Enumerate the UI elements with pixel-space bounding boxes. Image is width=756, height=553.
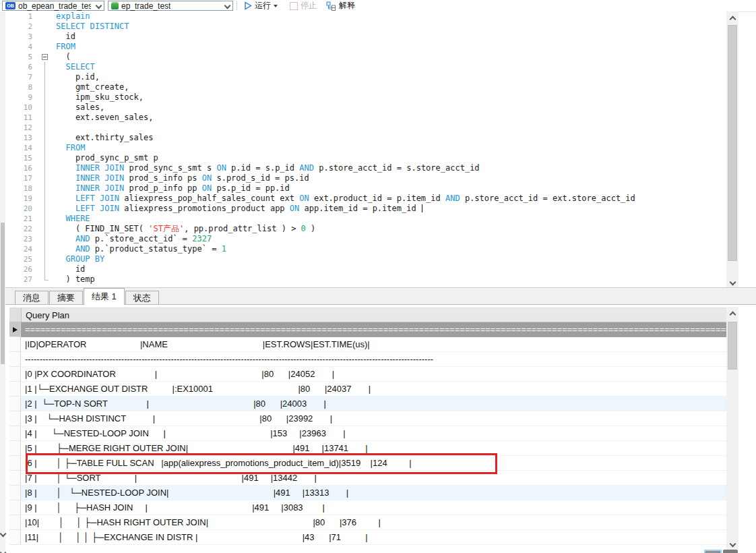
editor-line[interactable]: 18 INNER JOIN prod_p_info pp ON ps.p_id … — [5, 183, 726, 194]
editor-line[interactable]: 13 ext.thirty_sales — [5, 133, 726, 143]
plan-row[interactable]: |7 | │ └─SORT | |491 |13442 | — [9, 471, 726, 486]
editor-line[interactable]: 17 INNER JOIN prod_s_info ps ON s.prod_s… — [5, 173, 726, 183]
row-header-cell[interactable] — [9, 411, 21, 426]
editor-line[interactable]: 10 sales, — [5, 103, 726, 113]
plan-row[interactable]: |8 | │ └─NESTED-LOOP JOIN| |491 |13313 | — [9, 486, 726, 500]
plan-row[interactable]: |11| │ │ │ ├─EXCHANGE IN DISTR | |43 |71… — [9, 530, 726, 545]
plan-row[interactable]: |ID|OPERATOR |NAME |EST.ROWS|EST.TIME(us… — [9, 337, 726, 352]
editor-line[interactable]: 3 id — [5, 32, 726, 42]
scroll-up-icon[interactable] — [730, 16, 736, 23]
query-plan-column-header[interactable]: Query Plan — [22, 308, 69, 322]
row-header-cell[interactable] — [9, 426, 21, 441]
plan-row[interactable]: |6 | │ ├─TABLE FULL SCAN |app(aliexpress… — [9, 456, 726, 471]
fold-collapse-icon[interactable] — [38, 52, 53, 62]
row-header-cell[interactable] — [9, 471, 21, 486]
row-header-cell[interactable] — [9, 352, 21, 367]
code-segment: prod_s_info ps — [124, 173, 202, 183]
line-number: 16 — [5, 163, 38, 173]
code-segment: SELECT DISTINCT — [56, 22, 129, 31]
code-segment: LEFT JOIN — [75, 204, 119, 213]
code-text: SELECT — [53, 62, 95, 72]
editor-line[interactable]: 27 ) temp — [5, 274, 726, 285]
editor-line[interactable]: 1explain — [5, 11, 726, 22]
plan-text-cell: |6 | │ ├─TABLE FULL SCAN |app(aliexpress… — [21, 456, 726, 471]
editor-line[interactable]: 16 INNER JOIN prod_sync_s_smt s ON p.id … — [5, 163, 726, 173]
row-header-cell[interactable] — [9, 367, 21, 382]
connection-value: ob_epean_trade_tes — [18, 1, 91, 11]
row-header-cell[interactable] — [9, 337, 21, 352]
code-text: p.id, — [53, 72, 100, 82]
row-header-cell[interactable] — [9, 530, 21, 545]
explain-button[interactable]: 解释 — [323, 0, 358, 11]
scroll-down-icon[interactable] — [730, 279, 736, 286]
line-number: 27 — [5, 274, 38, 285]
editor-line[interactable]: 14 FROM — [5, 143, 726, 153]
plan-row[interactable]: |9 | │ ├─HASH JOIN | |491 |3083 | — [9, 500, 726, 515]
tab-3[interactable]: 结果 1 — [84, 288, 125, 305]
row-header-cell[interactable] — [9, 456, 21, 471]
connection-select[interactable]: OB ob_epean_trade_tes — [2, 1, 104, 11]
line-number: 20 — [5, 204, 38, 214]
code-text: ext.thirty_sales — [53, 133, 154, 143]
database-select[interactable]: ep_trade_test — [108, 1, 233, 11]
editor-line[interactable]: 7 p.id, — [5, 72, 726, 82]
left-scrollbar[interactable] — [0, 11, 5, 553]
editor-line[interactable]: 5 ( — [5, 52, 726, 62]
row-header-cell[interactable] — [9, 515, 21, 530]
editor-line[interactable]: 6 SELECT — [5, 62, 726, 72]
line-number: 26 — [5, 264, 38, 274]
plan-row[interactable]: |0 |PX COORDINATOR | |80 |24052 | — [9, 367, 726, 382]
row-header-cell[interactable] — [9, 486, 21, 500]
editor-line[interactable]: 4FROM — [5, 42, 726, 52]
editor-line[interactable]: 2SELECT DISTINCT — [5, 22, 726, 32]
line-number: 3 — [5, 32, 38, 42]
results-vertical-scrollbar[interactable] — [726, 307, 738, 550]
editor-scrollbar-thumb[interactable] — [728, 25, 737, 261]
editor-line[interactable]: 19 LEFT JOIN aliexpress_pop_half_sales_c… — [5, 194, 726, 204]
tab-2[interactable]: 摘要 — [49, 291, 83, 304]
plan-text-cell: |0 |PX COORDINATOR | |80 |24052 | — [21, 367, 726, 382]
scroll-up-icon[interactable] — [730, 312, 736, 318]
editor-line[interactable]: 26 id — [5, 264, 726, 274]
editor-line[interactable]: 24 AND p.`product_status_type` = 1 — [5, 244, 726, 254]
row-header-cell[interactable] — [9, 382, 21, 397]
editor-line[interactable]: 11 ext.seven_sales, — [5, 113, 726, 123]
row-header-cell[interactable] — [9, 441, 21, 456]
editor-line[interactable]: 21 WHERE — [5, 214, 726, 224]
plan-row[interactable]: |5 | ├─MERGE RIGHT OUTER JOIN| |491 |137… — [9, 441, 726, 456]
editor-line[interactable]: 12 — [5, 123, 726, 133]
left-scrollbar-thumb[interactable] — [1, 223, 5, 364]
row-header-cell[interactable] — [9, 500, 21, 515]
plan-row[interactable]: |1 |└─EXCHANGE OUT DISTR |:EX10001 |80 |… — [9, 382, 726, 397]
grid-corner-cell[interactable] — [9, 308, 22, 322]
plan-row[interactable]: |4 | └─NESTED-LOOP JOIN | |153 |23963 | — [9, 426, 726, 441]
code-segment: explain — [56, 11, 90, 21]
editor-vertical-scrollbar[interactable] — [726, 11, 738, 287]
plan-row[interactable]: |2 | └─TOP-N SORT | |80 |24003 | — [9, 397, 726, 411]
results-scrollbar-thumb[interactable] — [728, 322, 737, 370]
editor-line[interactable]: 25 GROUP BY — [5, 254, 726, 264]
plan-row[interactable]: ----------------------------------------… — [9, 352, 726, 367]
plan-row[interactable]: ========================================… — [9, 322, 726, 337]
editor-line[interactable]: 9 ipm_sku_stock, — [5, 92, 726, 103]
editor-line[interactable]: 8 gmt_create, — [5, 82, 726, 92]
sql-editor[interactable]: 1explain2SELECT DISTINCT3 id4FROM5 (6 SE… — [5, 11, 726, 287]
bottom-widget[interactable] — [723, 550, 738, 553]
line-number: 9 — [5, 92, 38, 103]
row-header-cell[interactable] — [9, 397, 21, 411]
scroll-down-icon[interactable] — [730, 541, 736, 548]
run-dropdown-icon[interactable] — [274, 5, 278, 7]
code-segment: SELECT — [65, 62, 94, 71]
editor-line[interactable]: 20 LEFT JOIN aliexpress_promotions_produ… — [5, 204, 726, 214]
editor-line[interactable]: 15 prod_sync_p_smt p — [5, 153, 726, 163]
tab-4[interactable]: 状态 — [125, 291, 159, 304]
editor-line[interactable]: 23 AND p.`store_acct_id` = 2327 — [5, 234, 726, 244]
tab-1[interactable]: 消息 — [15, 291, 49, 304]
explain-plan-icon — [326, 1, 336, 11]
editor-line[interactable]: 22 ( FIND_IN_SET( 'ST产品', pp.prod_attr_l… — [5, 224, 726, 234]
row-header-cell[interactable] — [9, 322, 21, 337]
plan-row[interactable]: |3 | └─HASH DISTINCT | |80 |23992 | — [9, 411, 726, 426]
run-button[interactable]: 运行 — [241, 0, 281, 11]
bottom-widget-selected[interactable] — [704, 550, 722, 553]
plan-row[interactable]: |10| │ │ ├─HASH RIGHT OUTER JOIN| |80 |3… — [9, 515, 726, 530]
